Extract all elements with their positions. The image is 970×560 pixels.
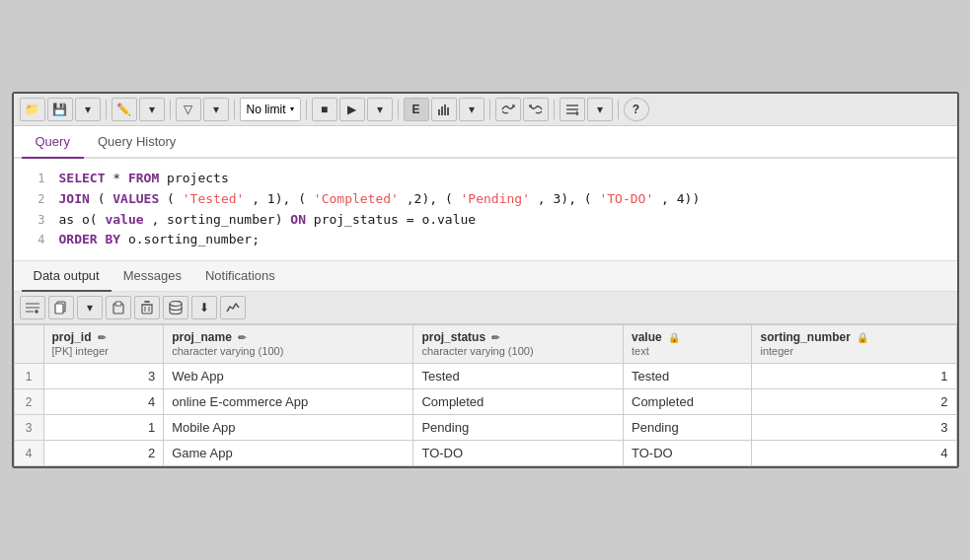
proj-id-cell: 1	[43, 415, 164, 441]
data-table-container: proj_id ✏ [PK] integer proj_name ✏ chara…	[14, 324, 957, 466]
analyze-dropdown-button[interactable]: ▾	[459, 98, 485, 121]
value-cell: Tested	[624, 364, 752, 389]
svg-rect-18	[142, 305, 152, 314]
proj-name-cell: Game App	[164, 441, 413, 466]
open-folder-button[interactable]: 📁	[20, 98, 45, 121]
tab-query-history[interactable]: Query History	[84, 126, 189, 159]
proj-name-cell: Mobile App	[164, 415, 413, 441]
proj-id-cell: 3	[43, 364, 164, 389]
proj-status-cell: Tested	[413, 364, 624, 389]
sql-code-4: ORDER BY o.sorting_number;	[59, 230, 261, 250]
value-cell: TO-DO	[624, 441, 752, 466]
lock-icon-2: 🔒	[857, 332, 868, 343]
svg-rect-3	[447, 107, 449, 115]
row-num-cell: 3	[14, 415, 43, 441]
rollback-button[interactable]	[523, 98, 549, 121]
svg-rect-1	[441, 106, 443, 115]
data-table: proj_id ✏ [PK] integer proj_name ✏ chara…	[14, 324, 957, 466]
table-header-row: proj_id ✏ [PK] integer proj_name ✏ chara…	[14, 325, 956, 364]
chevron-down-icon: ▾	[290, 105, 294, 113]
table-row: 3 1 Mobile App Pending Pending 3	[14, 415, 956, 441]
row-num-header	[14, 325, 43, 364]
query-tabs: Query Query History	[14, 126, 957, 159]
sql-line-4: 4 ORDER BY o.sorting_number;	[26, 230, 945, 250]
col-proj-id: proj_id ✏ [PK] integer	[43, 325, 164, 364]
separator-2	[170, 100, 171, 119]
save-dropdown-button[interactable]: ▾	[75, 98, 101, 121]
svg-rect-0	[438, 109, 440, 115]
sorting-number-cell: 1	[752, 364, 956, 389]
proj-id-cell: 4	[43, 389, 164, 415]
sorting-number-cell: 2	[752, 389, 956, 415]
save-data-button[interactable]	[163, 296, 188, 319]
sql-line-1: 1 SELECT * FROM projects	[26, 169, 945, 189]
table-row: 4 2 Game App TO-DO TO-DO 4	[14, 441, 956, 466]
tab-notifications[interactable]: Notifications	[193, 261, 287, 292]
separator-7	[554, 100, 555, 119]
add-row-button[interactable]	[20, 296, 45, 319]
proj-name-cell: online E-commerce App	[164, 389, 413, 415]
edit-dropdown-button[interactable]: ▾	[139, 98, 165, 121]
delete-row-button[interactable]	[134, 296, 160, 319]
sql-editor[interactable]: 1 SELECT * FROM projects 2 JOIN ( VALUES…	[14, 159, 957, 261]
col-value: value 🔒 text	[624, 325, 752, 364]
svg-rect-15	[55, 304, 63, 314]
macros-button[interactable]	[560, 98, 585, 121]
analyze-button[interactable]	[431, 98, 457, 121]
tab-data-output[interactable]: Data output	[22, 261, 112, 292]
line-num-3: 3	[26, 211, 45, 230]
separator-3	[234, 100, 235, 119]
sql-code-1: SELECT * FROM projects	[59, 169, 229, 189]
paste-button[interactable]	[106, 296, 131, 319]
explain-button[interactable]: E	[404, 98, 429, 121]
separator-4	[306, 100, 307, 119]
run-button[interactable]: ▶	[339, 98, 365, 121]
line-num-1: 1	[26, 170, 45, 188]
sorting-number-cell: 3	[752, 415, 956, 441]
table-row: 1 3 Web App Tested Tested 1	[14, 364, 956, 389]
edit-button[interactable]: ✏️	[112, 98, 137, 121]
svg-rect-2	[444, 105, 446, 115]
table-row: 2 4 online E-commerce App Completed Comp…	[14, 389, 956, 415]
edit-icon-2: ✏	[238, 332, 246, 343]
tab-query[interactable]: Query	[22, 126, 84, 159]
value-cell: Pending	[624, 415, 752, 441]
proj-id-cell: 2	[43, 441, 164, 466]
edit-icon-3: ✏	[491, 332, 499, 343]
filter-button[interactable]: ▽	[176, 98, 201, 121]
proj-status-cell: Completed	[413, 389, 624, 415]
main-window: 📁 💾 ▾ ✏️ ▾ ▽ ▾ No limit ▾ ■ ▶ ▾ E ▾	[12, 92, 959, 468]
proj-status-cell: Pending	[413, 415, 624, 441]
row-num-cell: 2	[14, 389, 43, 415]
proj-status-cell: TO-DO	[413, 441, 624, 466]
sorting-number-cell: 4	[752, 441, 956, 466]
macros-dropdown-button[interactable]: ▾	[587, 98, 613, 121]
no-limit-dropdown[interactable]: No limit ▾	[240, 98, 301, 121]
copy-button[interactable]	[48, 296, 74, 319]
col-proj-name: proj_name ✏ character varying (100)	[164, 325, 413, 364]
run-dropdown-button[interactable]: ▾	[367, 98, 393, 121]
commit-button[interactable]	[495, 98, 521, 121]
graph-button[interactable]	[220, 296, 246, 319]
col-sorting-number: sorting_number 🔒 integer	[752, 325, 956, 364]
stop-button[interactable]: ■	[312, 98, 337, 121]
copy-dropdown-button[interactable]: ▾	[77, 296, 103, 319]
lock-icon: 🔒	[668, 332, 680, 343]
filter-dropdown-button[interactable]: ▾	[203, 98, 229, 121]
data-toolbar: ▾ ⬇	[14, 292, 957, 324]
proj-name-cell: Web App	[164, 364, 413, 389]
sql-line-3: 3 as o( value , sorting_number) ON proj_…	[26, 210, 945, 231]
svg-point-24	[170, 302, 182, 307]
separator-6	[489, 100, 490, 119]
row-num-cell: 4	[14, 441, 43, 466]
main-toolbar: 📁 💾 ▾ ✏️ ▾ ▽ ▾ No limit ▾ ■ ▶ ▾ E ▾	[14, 94, 957, 126]
separator-8	[618, 100, 619, 119]
value-cell: Completed	[624, 389, 752, 415]
sql-code-3: as o( value , sorting_number) ON proj_st…	[59, 210, 477, 231]
line-num-2: 2	[26, 190, 45, 209]
download-button[interactable]: ⬇	[191, 296, 217, 319]
help-button[interactable]: ?	[624, 98, 649, 121]
sql-line-2: 2 JOIN ( VALUES ( 'Tested' , 1), ( 'Comp…	[26, 189, 945, 210]
tab-messages[interactable]: Messages	[112, 261, 193, 292]
save-button[interactable]: 💾	[47, 98, 73, 121]
